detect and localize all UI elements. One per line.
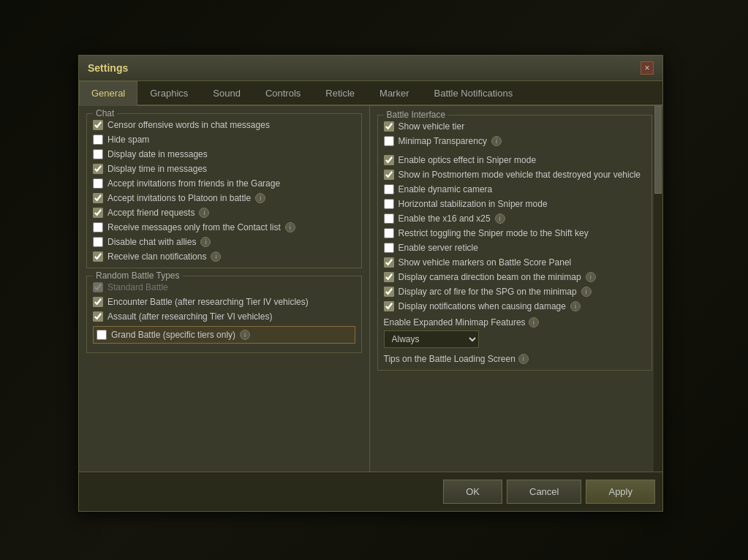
checkbox-display-time[interactable] bbox=[93, 164, 103, 174]
label-enable-optics: Enable optics effect in Sniper mode bbox=[398, 155, 537, 165]
checkbox-accept-platoon[interactable] bbox=[93, 193, 103, 203]
chat-section-label: Chat bbox=[93, 108, 117, 118]
label-display-time: Display time in messages bbox=[107, 164, 207, 174]
tab-graphics[interactable]: Graphics bbox=[137, 81, 200, 105]
list-item: Show vehicle tier bbox=[384, 121, 646, 132]
checkbox-receive-contact[interactable] bbox=[93, 222, 103, 232]
checkbox-standard[interactable] bbox=[93, 282, 103, 292]
checkbox-dynamic-camera[interactable] bbox=[384, 184, 394, 194]
label-grand: Grand Battle (specific tiers only) bbox=[111, 330, 235, 340]
checkbox-accept-garage[interactable] bbox=[93, 178, 103, 189]
checkbox-camera-direction[interactable] bbox=[384, 272, 394, 282]
label-horizontal-stab: Horizontal stabilization in Sniper mode bbox=[398, 199, 548, 209]
tab-general[interactable]: General bbox=[79, 81, 137, 106]
list-item: Restrict toggling the Sniper mode to the… bbox=[384, 228, 646, 238]
checkbox-show-tier[interactable] bbox=[384, 121, 394, 132]
info-icon[interactable]: i bbox=[586, 272, 596, 282]
checkbox-receive-clan[interactable] bbox=[93, 251, 103, 262]
list-item: Show in Postmortem mode vehicle that des… bbox=[384, 170, 646, 180]
checkbox-enable-x16[interactable] bbox=[384, 213, 394, 224]
label-receive-contact: Receive messages only from the Contact l… bbox=[107, 222, 281, 232]
list-item: Receive clan notifications i bbox=[93, 251, 355, 262]
checkbox-horizontal-stab[interactable] bbox=[384, 199, 394, 209]
checkbox-notifications-damage[interactable] bbox=[384, 301, 394, 311]
ok-button[interactable]: OK bbox=[443, 480, 502, 504]
label-camera-direction: Display camera direction beam on the min… bbox=[398, 272, 581, 282]
list-item: Disable chat with allies i bbox=[93, 237, 355, 247]
info-icon[interactable]: i bbox=[581, 287, 592, 297]
checkbox-assault[interactable] bbox=[93, 311, 103, 322]
footer: OK Cancel Apply bbox=[79, 472, 662, 511]
scrollbar-track[interactable] bbox=[654, 106, 662, 472]
list-item: Minimap Transparency i bbox=[384, 136, 646, 146]
list-item: Enable server reticle bbox=[384, 243, 646, 253]
expanded-minimap-dropdown[interactable]: Always Never In Battle bbox=[384, 330, 479, 348]
checkbox-display-date[interactable] bbox=[93, 149, 103, 159]
checkbox-grand[interactable] bbox=[97, 330, 107, 340]
info-icon[interactable]: i bbox=[529, 317, 539, 328]
checkbox-enable-optics[interactable] bbox=[384, 155, 394, 165]
checkbox-show-markers[interactable] bbox=[384, 257, 394, 268]
tab-battle-notifications[interactable]: Battle Notifications bbox=[422, 81, 526, 105]
scrollbar-thumb[interactable] bbox=[654, 106, 662, 194]
label-encounter: Encounter Battle (after researching Tier… bbox=[107, 297, 309, 307]
battle-interface-section: Battle Interface Show vehicle tier Minim… bbox=[377, 115, 653, 371]
label-accept-garage: Accept invitations from friends in the G… bbox=[107, 178, 280, 189]
checkbox-minimap-transparency[interactable] bbox=[384, 136, 394, 146]
left-panel: Chat Censor offensive words in chat mess… bbox=[79, 106, 370, 472]
chat-section: Chat Censor offensive words in chat mess… bbox=[86, 113, 362, 268]
info-icon[interactable]: i bbox=[285, 222, 295, 232]
title-bar: Settings × bbox=[79, 56, 662, 81]
list-item: Display camera direction beam on the min… bbox=[384, 272, 646, 282]
checkbox-censor[interactable] bbox=[93, 120, 103, 130]
info-icon[interactable]: i bbox=[240, 330, 250, 340]
content-area: Chat Censor offensive words in chat mess… bbox=[79, 106, 662, 472]
battle-interface-label: Battle Interface bbox=[384, 110, 449, 120]
cancel-button[interactable]: Cancel bbox=[507, 480, 581, 504]
random-battle-section: Random Battle Types Standard Battle Enco… bbox=[86, 276, 362, 353]
label-show-postmortem: Show in Postmortem mode vehicle that des… bbox=[398, 170, 641, 180]
checkbox-hide-spam[interactable] bbox=[93, 135, 103, 145]
label-show-tier: Show vehicle tier bbox=[398, 121, 465, 132]
tab-bar: General Graphics Sound Controls Reticle … bbox=[79, 81, 662, 106]
info-icon[interactable]: i bbox=[518, 354, 529, 364]
grand-battle-row: Grand Battle (specific tiers only) i bbox=[93, 326, 355, 344]
label-dynamic-camera: Enable dynamic camera bbox=[398, 184, 493, 194]
label-server-reticle: Enable server reticle bbox=[398, 243, 478, 253]
label-censor: Censor offensive words in chat messages bbox=[107, 120, 270, 130]
checkbox-restrict-sniper[interactable] bbox=[384, 228, 394, 238]
label-display-date: Display date in messages bbox=[107, 149, 208, 159]
list-item: Enable dynamic camera bbox=[384, 184, 646, 194]
list-item: Show vehicle markers on Battle Score Pan… bbox=[384, 257, 646, 268]
checkbox-disable-chat[interactable] bbox=[93, 237, 103, 247]
tab-sound[interactable]: Sound bbox=[200, 81, 253, 105]
checkbox-show-postmortem[interactable] bbox=[384, 170, 394, 180]
tab-controls[interactable]: Controls bbox=[253, 81, 313, 105]
info-icon[interactable]: i bbox=[570, 301, 581, 311]
checkbox-server-reticle[interactable] bbox=[384, 243, 394, 253]
info-icon[interactable]: i bbox=[495, 213, 505, 224]
expanded-minimap-label: Enable Expanded Minimap Features i bbox=[384, 317, 646, 328]
info-icon[interactable]: i bbox=[200, 237, 211, 247]
tips-label: Tips on the Battle Loading Screen bbox=[384, 354, 515, 364]
close-button[interactable]: × bbox=[641, 61, 654, 75]
info-icon[interactable]: i bbox=[255, 193, 265, 203]
tab-marker[interactable]: Marker bbox=[367, 81, 421, 105]
label-assault: Assault (after researching Tier VI vehic… bbox=[107, 311, 272, 322]
label-accept-friend: Accept friend requests bbox=[107, 208, 194, 218]
checkbox-arc-of-fire[interactable] bbox=[384, 287, 394, 297]
checkbox-accept-friend[interactable] bbox=[93, 208, 103, 218]
checkbox-encounter[interactable] bbox=[93, 297, 103, 307]
label-show-markers: Show vehicle markers on Battle Score Pan… bbox=[398, 257, 572, 268]
label-notifications-damage: Display notifications when causing damag… bbox=[398, 301, 566, 311]
label-disable-chat: Disable chat with allies bbox=[107, 237, 196, 247]
label-hide-spam: Hide spam bbox=[107, 135, 149, 145]
apply-button[interactable]: Apply bbox=[586, 480, 655, 504]
settings-dialog: Settings × General Graphics Sound Contro… bbox=[78, 55, 663, 512]
tab-reticle[interactable]: Reticle bbox=[313, 81, 367, 105]
info-icon[interactable]: i bbox=[491, 136, 502, 146]
list-item: Enable the x16 and x25 i bbox=[384, 213, 646, 224]
info-icon[interactable]: i bbox=[211, 251, 221, 262]
list-item: Grand Battle (specific tiers only) i bbox=[97, 330, 352, 340]
info-icon[interactable]: i bbox=[199, 208, 209, 218]
